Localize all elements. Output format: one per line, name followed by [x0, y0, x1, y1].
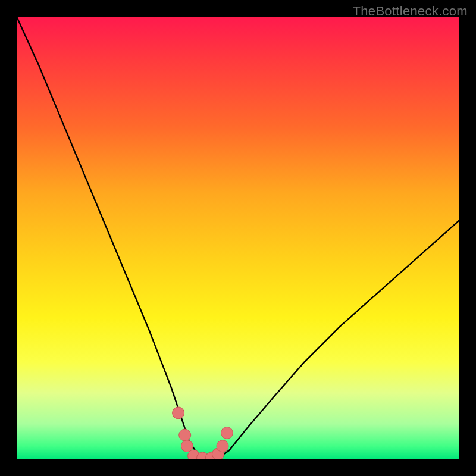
outer-frame: TheBottleneck.com	[0, 0, 476, 476]
plot-area	[17, 17, 459, 459]
watermark-text: TheBottleneck.com	[353, 4, 468, 19]
